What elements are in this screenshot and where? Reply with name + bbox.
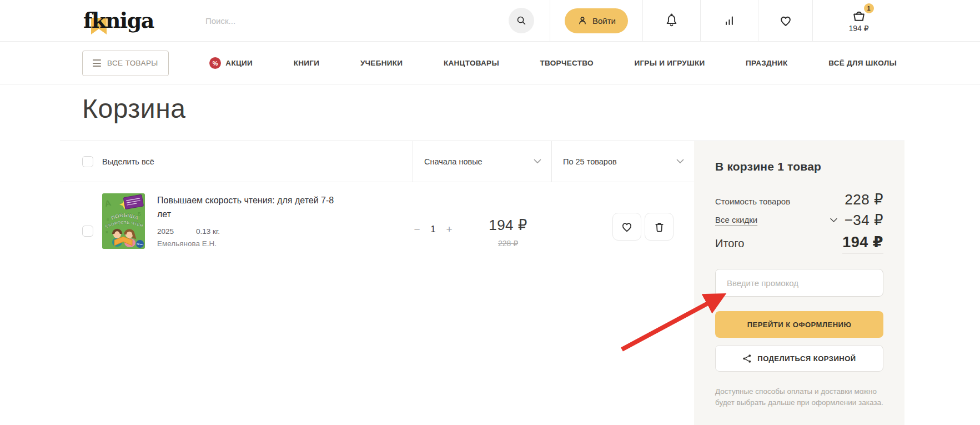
nav-item-kanctovary[interactable]: КАНЦТОВАРЫ	[444, 59, 499, 67]
bell-icon	[664, 13, 679, 28]
nav-item-tvorchestvo[interactable]: ТВОРЧЕСТВО	[540, 59, 594, 67]
chevron-down-icon	[676, 159, 684, 164]
item-actions	[612, 213, 674, 241]
share-cart-button[interactable]: ПОДЕЛИТЬСЯ КОРЗИНОЙ	[715, 345, 883, 372]
total-label: Итого	[715, 237, 744, 250]
chevron-down-icon	[534, 159, 541, 164]
user-icon	[577, 15, 588, 26]
nav-label: КНИГИ	[294, 59, 320, 67]
quantity-value: 1	[431, 224, 436, 234]
compare-block	[700, 0, 758, 41]
item-title-link[interactable]: Повышаем скорость чтения: для детей 7-8 …	[157, 193, 349, 221]
item-author: Емельянова Е.Н.	[157, 239, 349, 248]
heart-icon	[620, 219, 634, 234]
nav-item-uchebniki[interactable]: УЧЕБНИКИ	[360, 59, 403, 67]
share-icon	[742, 354, 752, 363]
cart-block: 1 194 ₽	[812, 0, 904, 41]
main-nav: ВСЕ ТОВАРЫ % АКЦИИ КНИГИ УЧЕБНИКИ КАНЦТО…	[0, 42, 980, 84]
checkout-button[interactable]: ПЕРЕЙТИ К ОФОРМЛЕНИЮ	[715, 311, 883, 338]
add-to-favorites-button[interactable]	[612, 213, 641, 241]
quantity-stepper: − 1 +	[400, 224, 466, 234]
item-year: 2025	[157, 227, 174, 236]
cost-label: Стоимость товаров	[715, 197, 790, 206]
favorites-block	[758, 0, 812, 41]
nav-item-shkola[interactable]: ВСЁ ДЛЯ ШКОЛЫ	[828, 59, 897, 67]
discount-row: Все скидки −34 ₽	[715, 212, 883, 229]
favorites-heart-icon[interactable]	[778, 13, 793, 28]
catalog-button[interactable]: ВСЕ ТОВАРЫ	[82, 51, 169, 76]
payment-delivery-note: Доступные способы оплаты и доставки можн…	[715, 386, 883, 408]
search-input[interactable]	[194, 0, 509, 41]
logo-text: fkniga	[83, 10, 154, 31]
nav-label: ПРАЗДНИК	[746, 59, 787, 67]
per-page-dropdown[interactable]: По 25 товаров	[551, 141, 694, 182]
nav-label: УЧЕБНИКИ	[360, 59, 403, 67]
remove-item-button[interactable]	[645, 213, 674, 241]
chevron-down-icon	[830, 218, 838, 223]
cart-toolbar: Выделить всё Сначала новые По 25 товаров	[60, 141, 694, 182]
header: fkniga Войти	[0, 0, 980, 42]
percent-badge-icon: %	[209, 57, 221, 69]
cost-row: Стоимость товаров 228 ₽	[715, 191, 883, 208]
select-all-label: Выделить всё	[102, 157, 154, 166]
item-weight: 0.13 кг.	[196, 227, 220, 236]
notifications-button[interactable]	[664, 13, 679, 28]
trash-icon	[652, 220, 666, 234]
cart-item-row: А б Б я ПОВЫША	[60, 182, 694, 249]
nav-item-akcii[interactable]: % АКЦИИ	[209, 57, 253, 69]
page-title: Корзина	[82, 93, 185, 124]
cart-badge: 1	[864, 3, 874, 13]
promo-code-input[interactable]	[715, 269, 883, 297]
cart-button[interactable]: 1 194 ₽	[848, 8, 868, 33]
select-all-cell: Выделить всё	[60, 141, 413, 182]
summary-title: В корзине 1 товар	[715, 160, 883, 173]
book-cover-image[interactable]: А б Б я ПОВЫША	[102, 193, 145, 249]
item-price-block: 194 ₽ 228 ₽	[472, 217, 544, 248]
increase-button[interactable]: +	[446, 224, 452, 234]
sort-dropdown[interactable]: Сначала новые	[413, 141, 551, 182]
nav-label: ТВОРЧЕСТВО	[540, 59, 594, 67]
search-area	[194, 0, 550, 41]
cost-value: 228 ₽	[845, 191, 883, 208]
nav-item-knigi[interactable]: КНИГИ	[294, 59, 320, 67]
nav-label: ИГРЫ И ИГРУШКИ	[634, 59, 705, 67]
sort-value: Сначала новые	[424, 157, 483, 166]
login-label: Войти	[592, 16, 616, 26]
select-all-checkbox[interactable]	[82, 156, 93, 167]
item-price: 194 ₽	[472, 217, 544, 234]
item-checkbox[interactable]	[82, 226, 93, 237]
login-button[interactable]: Войти	[565, 8, 628, 33]
hamburger-icon	[93, 59, 101, 67]
item-meta: 2025 0.13 кг.	[157, 227, 349, 236]
svg-text:я: я	[105, 229, 108, 234]
search-icon	[515, 14, 527, 27]
item-info: Повышаем скорость чтения: для детей 7-8 …	[157, 193, 349, 249]
cover-age-badge: 7-8 лет	[137, 243, 143, 246]
cart-list: Выделить всё Сначала новые По 25 товаров	[60, 141, 694, 425]
nav-label: КАНЦТОВАРЫ	[444, 59, 499, 67]
search-button[interactable]	[509, 8, 534, 33]
cart-card: Выделить всё Сначала новые По 25 товаров	[60, 141, 904, 425]
order-summary: В корзине 1 товар Стоимость товаров 228 …	[694, 141, 904, 425]
nav-item-igry[interactable]: ИГРЫ И ИГРУШКИ	[634, 59, 705, 67]
item-old-price: 228 ₽	[472, 239, 544, 248]
all-discounts-link[interactable]: Все скидки	[715, 215, 757, 224]
total-row: Итого 194 ₽	[715, 233, 883, 253]
discount-value: −34 ₽	[845, 212, 883, 229]
compare-chart-icon[interactable]	[722, 13, 737, 28]
per-page-value: По 25 товаров	[563, 157, 617, 166]
total-value: 194 ₽	[842, 233, 883, 253]
share-label: ПОДЕЛИТЬСЯ КОРЗИНОЙ	[757, 354, 856, 363]
svg-text:б: б	[107, 217, 109, 222]
login-block: Войти	[550, 0, 642, 41]
decrease-button[interactable]: −	[414, 224, 420, 234]
notifications-block	[642, 0, 700, 41]
logo[interactable]: fkniga	[0, 0, 194, 41]
catalog-label: ВСЕ ТОВАРЫ	[107, 59, 158, 67]
nav-label: АКЦИИ	[225, 59, 253, 67]
nav-item-prazdnik[interactable]: ПРАЗДНИК	[746, 59, 787, 67]
nav-label: ВСЁ ДЛЯ ШКОЛЫ	[828, 59, 897, 67]
cart-total: 194 ₽	[848, 24, 868, 33]
